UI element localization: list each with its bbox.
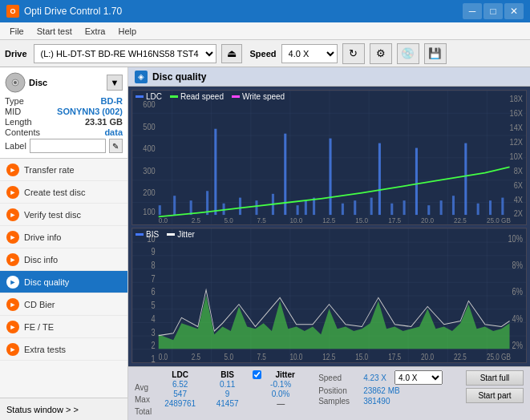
svg-text:12X: 12X bbox=[510, 137, 524, 147]
sidebar-item-label-disc-info: Disc info bbox=[24, 255, 58, 265]
jitter-checkbox[interactable] bbox=[253, 370, 261, 379]
status-window-button[interactable]: Status window > > bbox=[0, 398, 127, 420]
svg-rect-27 bbox=[255, 200, 257, 215]
svg-text:600: 600 bbox=[143, 100, 156, 110]
disc-panel: Disc ▼ Type BD-R MID SONYNN3 (002) Lengt… bbox=[0, 67, 127, 159]
app-icon: O bbox=[6, 5, 19, 18]
svg-text:10%: 10% bbox=[508, 232, 523, 244]
close-button[interactable]: ✕ bbox=[504, 3, 524, 19]
bis-total: 41457 bbox=[205, 399, 249, 408]
samples-row: Samples 381490 bbox=[318, 397, 443, 406]
ldc-chart-legend: LDC Read speed Write speed bbox=[136, 92, 285, 101]
sidebar-item-extra-tests[interactable]: ► Extra tests bbox=[0, 338, 127, 361]
ldc-avg: 6.52 bbox=[158, 380, 202, 389]
svg-text:400: 400 bbox=[143, 144, 156, 154]
bis-header: BIS bbox=[205, 370, 249, 379]
avg-label: Avg bbox=[135, 382, 152, 393]
svg-text:2.5: 2.5 bbox=[192, 216, 200, 224]
svg-text:4%: 4% bbox=[512, 313, 523, 325]
menu-bar: File Start test Extra Help bbox=[0, 22, 530, 40]
disc-button[interactable]: 💿 bbox=[397, 43, 419, 64]
sidebar-item-disc-info[interactable]: ► Disc info bbox=[0, 248, 127, 271]
bis-avg: 0.11 bbox=[205, 380, 249, 389]
svg-text:10X: 10X bbox=[510, 151, 524, 161]
disc-label-row: Label ✎ bbox=[5, 139, 123, 153]
total-label: Total bbox=[135, 406, 152, 417]
svg-rect-45 bbox=[477, 204, 479, 215]
eject-button[interactable]: ⏏ bbox=[221, 44, 242, 63]
speed-select-stats[interactable]: 4.0 X bbox=[394, 370, 443, 385]
refresh-button[interactable]: ↻ bbox=[342, 43, 365, 64]
maximize-button[interactable]: □ bbox=[483, 3, 503, 19]
ldc-total: 2489761 bbox=[158, 399, 202, 408]
svg-text:10.0: 10.0 bbox=[289, 216, 302, 224]
disc-contents-label: Contents bbox=[5, 127, 40, 137]
svg-text:5.0: 5.0 bbox=[225, 216, 233, 224]
ldc-max: 547 bbox=[158, 390, 202, 398]
stat-row-labels: Avg Max Total bbox=[135, 382, 152, 417]
svg-rect-35 bbox=[354, 200, 356, 215]
svg-text:12.5: 12.5 bbox=[322, 352, 335, 362]
speed-row: Speed 4.23 X 4.0 X bbox=[318, 370, 443, 385]
svg-rect-46 bbox=[489, 200, 492, 215]
menu-help[interactable]: Help bbox=[111, 25, 143, 38]
sidebar-item-cd-bier[interactable]: ► CD Bier bbox=[0, 293, 127, 316]
title-bar: O Opti Drive Control 1.70 ─ □ ✕ bbox=[0, 0, 530, 22]
legend-read: Read speed bbox=[170, 92, 224, 101]
settings-button[interactable]: ⚙ bbox=[370, 43, 392, 64]
minimize-button[interactable]: ─ bbox=[463, 3, 482, 19]
transfer-rate-icon: ► bbox=[6, 164, 19, 176]
disc-options-button[interactable]: ▼ bbox=[107, 75, 123, 91]
menu-start-test[interactable]: Start test bbox=[30, 25, 79, 38]
position-row: Position 23862 MB bbox=[318, 386, 443, 395]
menu-file[interactable]: File bbox=[3, 25, 30, 38]
start-part-button[interactable]: Start part bbox=[466, 388, 524, 403]
save-button[interactable]: 💾 bbox=[424, 43, 447, 64]
speed-select[interactable]: 4.0 X bbox=[281, 44, 338, 63]
sidebar-item-verify-test-disc[interactable]: ► Verify test disc bbox=[0, 204, 127, 226]
start-full-button[interactable]: Start full bbox=[466, 370, 524, 386]
drive-select[interactable]: (L:) HL-DT-ST BD-RE WH16NS58 TST4 bbox=[34, 44, 216, 63]
svg-text:0.0: 0.0 bbox=[159, 216, 168, 224]
disc-mid-label: MID bbox=[5, 107, 21, 116]
max-label: Max bbox=[135, 394, 152, 405]
sidebar-item-fe-te[interactable]: ► FE / TE bbox=[0, 316, 127, 338]
legend-ldc-dot bbox=[136, 95, 144, 98]
svg-text:25.0 GB: 25.0 GB bbox=[487, 352, 511, 362]
sidebar-item-disc-quality[interactable]: ► Disc quality bbox=[0, 271, 127, 293]
disc-label-input[interactable] bbox=[30, 139, 106, 153]
samples-value: 381490 bbox=[363, 397, 390, 406]
svg-text:7.5: 7.5 bbox=[257, 216, 265, 224]
svg-text:5: 5 bbox=[152, 300, 156, 311]
legend-bis-label: BIS bbox=[146, 230, 159, 239]
titlebar-controls: ─ □ ✕ bbox=[463, 3, 524, 19]
svg-text:2%: 2% bbox=[512, 340, 523, 351]
nav-items: ► Transfer rate ► Create test disc ► Ver… bbox=[0, 159, 127, 361]
svg-rect-26 bbox=[239, 198, 241, 215]
sidebar-item-label-create-test-disc: Create test disc bbox=[24, 188, 85, 197]
svg-rect-40 bbox=[415, 148, 418, 215]
disc-icon bbox=[5, 72, 26, 93]
disc-length-label: Length bbox=[5, 117, 32, 127]
svg-rect-21 bbox=[173, 196, 176, 215]
ldc-column: LDC 6.52 547 2489761 bbox=[158, 370, 202, 408]
disc-label-button[interactable]: ✎ bbox=[109, 139, 123, 153]
disc-type-label: Type bbox=[5, 96, 24, 106]
bis-column: BIS 0.11 9 41457 bbox=[205, 370, 249, 408]
position-label: Position bbox=[318, 386, 358, 395]
create-test-disc-icon: ► bbox=[6, 186, 19, 199]
svg-rect-36 bbox=[370, 198, 373, 215]
menu-extra[interactable]: Extra bbox=[79, 25, 112, 38]
svg-text:12.5: 12.5 bbox=[322, 216, 335, 224]
ldc-header: LDC bbox=[158, 370, 202, 379]
legend-jitter: Jitter bbox=[167, 230, 195, 239]
sidebar-item-transfer-rate[interactable]: ► Transfer rate bbox=[0, 159, 127, 181]
disc-type-value: BD-R bbox=[101, 96, 123, 106]
svg-text:20.0: 20.0 bbox=[421, 216, 434, 224]
sidebar-item-create-test-disc[interactable]: ► Create test disc bbox=[0, 181, 127, 204]
svg-rect-41 bbox=[427, 205, 430, 215]
svg-text:17.5: 17.5 bbox=[388, 352, 401, 362]
sidebar-item-drive-info[interactable]: ► Drive info bbox=[0, 226, 127, 248]
bottom-stats-row: Avg Max Total LDC 6.52 547 2489761 BIS 0… bbox=[135, 370, 524, 417]
position-value: 23862 MB bbox=[363, 386, 400, 395]
